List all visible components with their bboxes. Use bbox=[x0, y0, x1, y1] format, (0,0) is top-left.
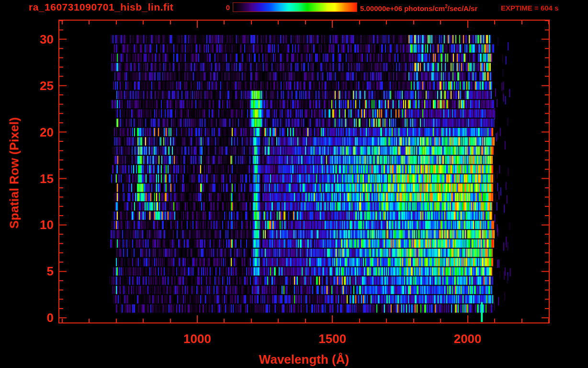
x-tick-label: 1500 bbox=[308, 332, 356, 346]
colorbar-min-label: 0 bbox=[210, 3, 230, 12]
y-tick-label: 25 bbox=[19, 79, 54, 93]
x-tick-label: 1000 bbox=[173, 332, 221, 346]
y-tick-label: 10 bbox=[19, 218, 54, 232]
colorbar-unit-suffix: /sec/A/sr bbox=[448, 4, 478, 12]
y-tick-label: 30 bbox=[19, 32, 54, 47]
x-axis-label: Wavelength (Å) bbox=[59, 352, 549, 367]
x-tick-label: 2000 bbox=[444, 332, 492, 346]
y-tick-label: 5 bbox=[19, 264, 54, 279]
colorbar-unit-prefix: photons/cm bbox=[404, 4, 445, 12]
y-tick-label: 20 bbox=[19, 125, 54, 140]
spectrogram-plot-canvas bbox=[0, 0, 588, 368]
figure: ra_160731090701_hisb_lin.fit 0 5.00000e+… bbox=[0, 0, 588, 368]
exptime-label: EXPTIME = 604 s bbox=[501, 4, 558, 12]
colorbar-max-label: 5.00000e+06 photons/cm2/sec/A/sr bbox=[360, 4, 477, 12]
y-tick-label: 0 bbox=[19, 310, 54, 325]
figure-title: ra_160731090701_hisb_lin.fit bbox=[29, 1, 173, 13]
y-tick-label: 15 bbox=[19, 172, 54, 186]
colorbar-gradient bbox=[233, 2, 357, 12]
colorbar-max-value: 5.00000e+06 bbox=[360, 4, 404, 12]
